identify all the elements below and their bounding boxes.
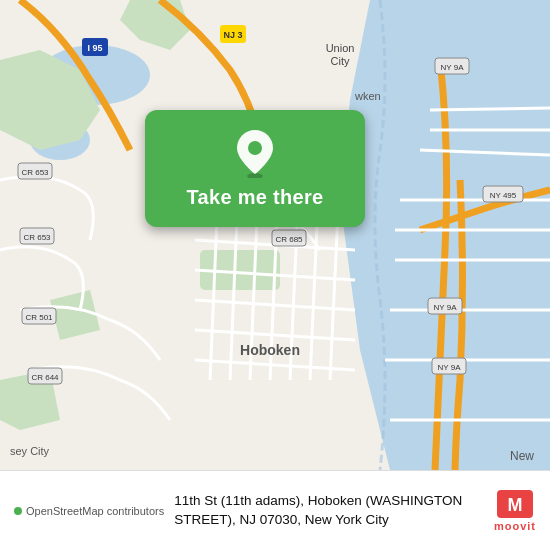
svg-text:City: City: [331, 55, 350, 67]
bottom-bar: OpenStreetMap contributors 11th St (11th…: [0, 470, 550, 550]
svg-text:Union: Union: [326, 42, 355, 54]
osm-label: OpenStreetMap contributors: [26, 505, 164, 517]
svg-text:CR 644: CR 644: [31, 373, 59, 382]
address-text: 11th St (11th adams), Hoboken (WASHINGTO…: [174, 492, 484, 530]
button-label: Take me there: [187, 186, 324, 209]
svg-text:NY 9A: NY 9A: [438, 363, 462, 372]
take-me-there-button[interactable]: Take me there: [145, 110, 365, 227]
svg-text:wken: wken: [354, 90, 381, 102]
svg-text:NJ 3: NJ 3: [223, 30, 242, 40]
svg-text:sey City: sey City: [10, 445, 50, 457]
svg-text:M: M: [507, 495, 522, 515]
svg-text:NY 9A: NY 9A: [434, 303, 458, 312]
svg-text:Hoboken: Hoboken: [240, 342, 300, 358]
moovit-text: moovit: [494, 520, 536, 532]
svg-text:CR 685: CR 685: [275, 235, 303, 244]
svg-text:New: New: [510, 449, 534, 463]
svg-text:CR 653: CR 653: [23, 233, 51, 242]
moovit-m-icon: M: [497, 490, 533, 518]
svg-text:I 95: I 95: [87, 43, 102, 53]
svg-line-31: [430, 108, 550, 110]
moovit-logo: M moovit: [494, 490, 536, 532]
svg-text:CR 653: CR 653: [21, 168, 49, 177]
osm-dot: [14, 507, 22, 515]
svg-point-61: [248, 141, 262, 155]
location-pin-icon: [233, 128, 277, 178]
action-button-wrapper: Take me there: [145, 110, 365, 227]
svg-text:NY 495: NY 495: [490, 191, 517, 200]
svg-text:CR 501: CR 501: [25, 313, 53, 322]
app-container: I 95 NJ 3 CR 653 CR 653 CR 501 CR 644 CR…: [0, 0, 550, 550]
map-area: I 95 NJ 3 CR 653 CR 653 CR 501 CR 644 CR…: [0, 0, 550, 470]
map-svg: I 95 NJ 3 CR 653 CR 653 CR 501 CR 644 CR…: [0, 0, 550, 470]
svg-text:NY 9A: NY 9A: [441, 63, 465, 72]
osm-badge: OpenStreetMap contributors: [14, 505, 164, 517]
